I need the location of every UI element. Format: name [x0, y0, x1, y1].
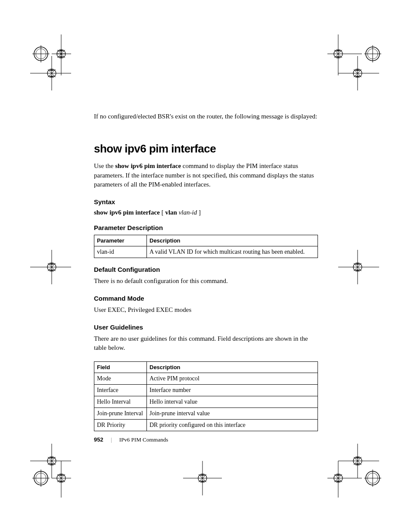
syntax-arg: vlan-id [179, 209, 197, 216]
crop-mark-top-right [319, 34, 383, 78]
page-content: If no configured/elected BSR's exist on … [94, 112, 318, 436]
svg-point-69 [366, 471, 380, 485]
svg-line-19 [334, 50, 342, 58]
footer-section: IPv6 PIM Commands [119, 436, 168, 443]
parameter-table: Parameter Description vlan-id A valid VL… [94, 235, 318, 258]
svg-point-32 [47, 263, 56, 271]
parameter-description-heading: Parameter Description [94, 224, 318, 231]
crop-mark-mid-right [336, 250, 379, 284]
table-header-row: Parameter Description [94, 235, 318, 246]
svg-line-20 [334, 50, 342, 58]
param-header-parameter: Parameter [94, 235, 147, 246]
field-cell-desc: Active PIM protocol [147, 373, 318, 385]
default-config-text: There is no default configuration for th… [94, 277, 318, 286]
field-cell-name: Join-prune Interval [94, 408, 147, 420]
crop-mark-top-right-2 [336, 56, 379, 90]
command-title: show ipv6 pim interface [94, 142, 318, 156]
svg-point-1 [36, 49, 46, 59]
table-header-row: Field Description [94, 362, 318, 373]
fields-table: Field Description Mode Active PIM protoc… [94, 361, 318, 431]
param-cell-desc: A valid VLAN ID for which multicast rout… [147, 246, 318, 258]
svg-point-37 [353, 263, 362, 271]
svg-line-39 [354, 263, 361, 271]
syntax-cmd: show ipv6 pim interface [94, 209, 160, 216]
svg-line-33 [48, 263, 56, 271]
svg-line-9 [57, 50, 65, 58]
svg-line-34 [48, 263, 56, 271]
table-row: vlan-id A valid VLAN ID for which multic… [94, 246, 318, 258]
svg-point-13 [47, 69, 56, 78]
syntax-keyword: vlan [165, 209, 177, 216]
svg-line-63 [57, 474, 65, 482]
field-cell-desc: Hello interval value [147, 396, 318, 408]
table-row: Mode Active PIM protocol [94, 373, 318, 385]
table-row: DR Priority DR priority configured on th… [94, 420, 318, 431]
param-cell-name: vlan-id [94, 246, 147, 258]
field-cell-desc: DR priority configured on this interface [147, 420, 318, 431]
svg-point-61 [57, 474, 65, 482]
svg-line-38 [354, 263, 361, 271]
field-cell-desc: Join-prune interval value [147, 408, 318, 420]
field-cell-name: Interface [94, 385, 147, 396]
field-cell-name: Mode [94, 373, 147, 385]
field-cell-name: Hello Interval [94, 396, 147, 408]
syntax-rbracket: ] [197, 209, 201, 216]
svg-line-48 [354, 457, 361, 465]
svg-line-14 [48, 69, 56, 77]
svg-point-0 [34, 47, 48, 61]
syntax-line: show ipv6 pim interface [ vlan vlan-id ] [94, 209, 318, 216]
user-guidelines-text: There are no user guidelines for this co… [94, 334, 318, 353]
svg-point-21 [366, 47, 380, 61]
svg-line-43 [48, 457, 56, 465]
svg-line-44 [48, 457, 56, 465]
command-mode-text: User EXEC, Privileged EXEC modes [94, 305, 318, 315]
intro-paragraph: If no configured/elected BSR's exist on … [94, 112, 318, 121]
crop-mark-bot-left [30, 444, 73, 478]
user-guidelines-heading: User Guidelines [94, 324, 318, 331]
crop-mark-bot-right [336, 444, 379, 478]
crop-mark-bot-left-2 [30, 461, 95, 504]
syntax-heading: Syntax [94, 198, 318, 205]
table-row: Hello Interval Hello interval value [94, 396, 318, 408]
svg-line-29 [354, 69, 361, 77]
command-description: Use the show ipv6 pim interface command … [94, 162, 318, 190]
svg-line-68 [334, 474, 342, 482]
crop-mark-top-left [30, 34, 73, 78]
page-footer: 952 | IPv6 PIM Commands [94, 436, 168, 443]
fields-header-field: Field [94, 362, 147, 373]
svg-point-56 [36, 473, 46, 483]
svg-line-67 [334, 474, 342, 482]
svg-point-55 [34, 471, 48, 485]
table-row: Interface Interface number [94, 385, 318, 396]
svg-point-27 [353, 69, 362, 78]
param-header-description: Description [147, 235, 318, 246]
crop-mark-bot-right-2 [319, 461, 383, 504]
field-cell-desc: Interface number [147, 385, 318, 396]
svg-line-49 [354, 457, 361, 465]
page-number: 952 [94, 436, 103, 443]
svg-line-62 [57, 474, 65, 482]
svg-line-54 [199, 474, 206, 482]
table-row: Join-prune Interval Join-prune interval … [94, 408, 318, 420]
svg-point-18 [334, 50, 342, 58]
svg-point-6 [57, 50, 65, 58]
svg-point-52 [198, 474, 207, 482]
svg-line-28 [354, 69, 361, 77]
svg-point-22 [367, 49, 378, 59]
desc-command-name: show ipv6 pim interface [115, 162, 181, 169]
svg-point-47 [353, 457, 362, 465]
fields-header-description: Description [147, 362, 318, 373]
svg-point-70 [367, 473, 378, 483]
svg-line-53 [199, 474, 206, 482]
syntax-lbracket: [ [160, 209, 165, 216]
desc-prefix: Use the [94, 162, 115, 169]
svg-line-10 [57, 50, 65, 58]
svg-point-42 [47, 457, 56, 465]
svg-point-66 [334, 474, 342, 482]
field-cell-name: DR Priority [94, 420, 147, 431]
footer-divider: | [111, 436, 112, 443]
crop-mark-top-left-2 [30, 56, 73, 90]
crop-mark-mid-left [30, 250, 73, 284]
default-config-heading: Default Configuration [94, 266, 318, 273]
svg-line-15 [48, 69, 56, 77]
